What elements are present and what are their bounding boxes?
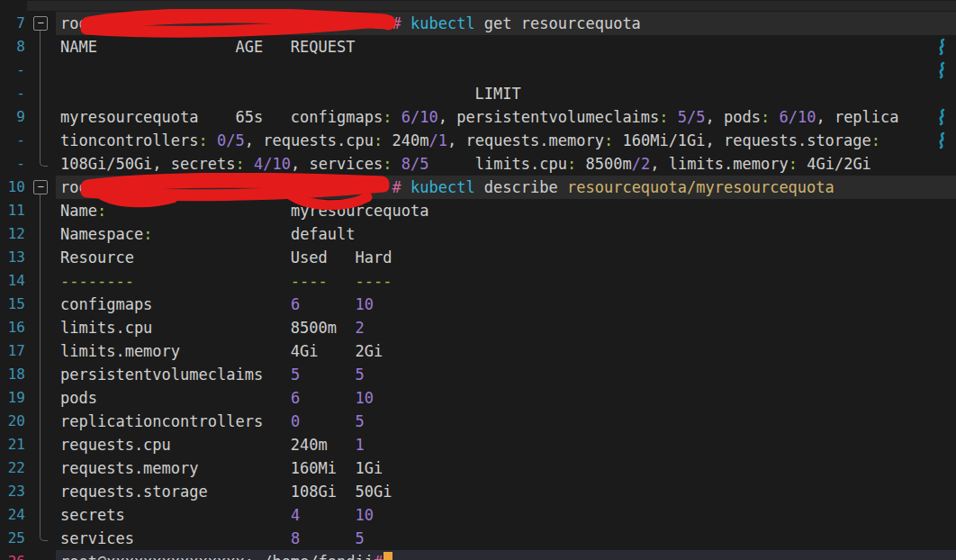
fold-guide-line xyxy=(40,480,41,503)
code-line-text[interactable]: replicationcontrollers 0 5 xyxy=(56,410,365,433)
line-number: 11 xyxy=(0,199,25,222)
fold-guide-line xyxy=(40,456,41,480)
code-line-text[interactable]: root@ # kubectl get resourcequota xyxy=(56,12,641,35)
code-line-text[interactable]: persistentvolumeclaims 5 5 xyxy=(56,363,365,386)
code-row: 25services 8 5 xyxy=(0,527,956,550)
code-line-text[interactable]: secrets 4 10 xyxy=(56,503,374,527)
fold-gutter: − xyxy=(25,176,56,199)
code-line-text[interactable]: 108Gi/50Gi, secrets: 4/10, services: 8/5… xyxy=(56,152,871,176)
code-row: 11Name: myresourcequota xyxy=(0,199,956,222)
code-row: 20replicationcontrollers 0 5 xyxy=(0,410,956,433)
code-row: 12Namespace: default xyxy=(0,222,956,246)
line-number: 15 xyxy=(0,293,25,316)
fold-gutter xyxy=(25,480,56,503)
line-number: 14 xyxy=(0,269,25,293)
line-number: 22 xyxy=(0,456,25,480)
line-number: 25 xyxy=(0,527,25,550)
editor-rows: 7−root@ # kubectl get resourcequota8NAME… xyxy=(0,12,956,560)
code-row: 24secrets 4 10 xyxy=(0,503,956,527)
fold-gutter xyxy=(25,293,56,316)
line-number: 18 xyxy=(0,363,25,386)
fold-gutter xyxy=(25,503,56,527)
line-number: - xyxy=(0,129,25,152)
code-line-text[interactable]: myresourcequota 65s configmaps: 6/10, pe… xyxy=(56,105,899,129)
fold-gutter xyxy=(25,527,56,550)
code-line-text[interactable]: root@xxxxxxxxxxxxxxx:~/home/fondii# xyxy=(56,550,392,560)
code-row: -tioncontrollers: 0/5, requests.cpu: 240… xyxy=(0,129,956,152)
code-row: 7−root@ # kubectl get resourcequota xyxy=(0,12,956,35)
code-line-text[interactable]: NAME AGE REQUEST xyxy=(56,35,356,59)
fold-gutter xyxy=(25,456,56,480)
code-row: 18persistentvolumeclaims 5 5 xyxy=(0,363,956,386)
code-line-text[interactable]: limits.memory 4Gi 2Gi xyxy=(56,339,383,363)
code-line-text[interactable]: root@ # kubectl describe resourcequota/m… xyxy=(56,176,834,199)
fold-gutter xyxy=(25,152,56,176)
fold-guide-line xyxy=(40,410,41,433)
fold-guide-line xyxy=(40,293,41,316)
fold-gutter xyxy=(25,386,56,410)
code-row: 8NAME AGE REQUEST xyxy=(0,35,956,59)
code-row: 21requests.cpu 240m 1 xyxy=(0,433,956,456)
code-line-text[interactable]: configmaps 6 10 xyxy=(56,293,374,316)
fold-guide-line xyxy=(40,129,41,152)
fold-toggle-icon[interactable]: − xyxy=(33,180,48,194)
code-line-text[interactable]: requests.cpu 240m 1 xyxy=(56,433,365,456)
line-number: 17 xyxy=(0,339,25,363)
code-line-text[interactable]: LIMIT xyxy=(56,82,521,105)
code-row: - xyxy=(0,59,956,82)
code-line-text[interactable]: tioncontrollers: 0/5, requests.cpu: 240m… xyxy=(56,129,880,152)
code-row: 17limits.memory 4Gi 2Gi xyxy=(0,339,956,363)
line-number: 19 xyxy=(0,386,25,410)
line-number: - xyxy=(0,82,25,105)
fold-gutter xyxy=(25,363,56,386)
line-number: 26 xyxy=(0,550,25,560)
code-line-text[interactable]: requests.memory 160Mi 1Gi xyxy=(56,456,383,480)
fold-toggle-icon[interactable]: − xyxy=(33,16,48,31)
line-number: 12 xyxy=(0,222,25,246)
fold-guide-line xyxy=(40,503,41,527)
fold-guide-line xyxy=(40,339,41,363)
fold-gutter xyxy=(25,82,56,105)
fold-gutter xyxy=(25,246,56,269)
code-line-text[interactable]: pods 6 10 xyxy=(56,386,374,410)
fold-guide-line xyxy=(40,59,41,82)
fold-guide-line xyxy=(40,199,41,222)
code-line-text[interactable]: -------- ---- ---- xyxy=(56,269,392,293)
fold-gutter xyxy=(25,105,56,129)
code-row: 10−root@ # kubectl describe resourcequot… xyxy=(0,176,956,199)
line-number: 20 xyxy=(0,410,25,433)
line-number: 21 xyxy=(0,433,25,456)
line-wrap-indicator-icon xyxy=(937,108,948,126)
code-row: 22requests.memory 160Mi 1Gi xyxy=(0,456,956,480)
code-row: - LIMIT xyxy=(0,82,956,105)
fold-guide-line xyxy=(40,105,41,129)
line-number: 7 xyxy=(0,12,25,35)
line-number: - xyxy=(0,59,25,82)
line-number: - xyxy=(0,152,25,176)
fold-gutter xyxy=(25,316,56,339)
code-row: 19pods 6 10 xyxy=(0,386,956,410)
code-line-text[interactable]: Resource Used Hard xyxy=(56,246,392,269)
terminal-cursor xyxy=(383,552,392,560)
fold-gutter xyxy=(25,222,56,246)
fold-guide-line xyxy=(40,35,41,59)
fold-guide-line xyxy=(40,316,41,339)
code-row: 26root@xxxxxxxxxxxxxxx:~/home/fondii# xyxy=(0,550,956,560)
line-wrap-indicator-icon xyxy=(937,38,948,56)
fold-guide-line xyxy=(40,527,48,541)
fold-guide-line xyxy=(40,433,41,456)
line-number: 9 xyxy=(0,105,25,129)
fold-guide-line xyxy=(40,222,41,246)
fold-guide-line xyxy=(40,386,41,410)
fold-gutter xyxy=(25,129,56,152)
code-line-text[interactable] xyxy=(56,59,60,82)
code-line-text[interactable]: services 8 5 xyxy=(56,527,365,550)
fold-gutter xyxy=(25,410,56,433)
code-row: 23requests.storage 108Gi 50Gi xyxy=(0,480,956,503)
fold-guide-line xyxy=(40,269,41,293)
code-line-text[interactable]: limits.cpu 8500m 2 xyxy=(56,316,365,339)
code-line-text[interactable]: Name: myresourcequota xyxy=(56,199,428,222)
code-line-text[interactable]: Namespace: default xyxy=(56,222,356,246)
line-number: 13 xyxy=(0,246,25,269)
code-line-text[interactable]: requests.storage 108Gi 50Gi xyxy=(56,480,392,503)
